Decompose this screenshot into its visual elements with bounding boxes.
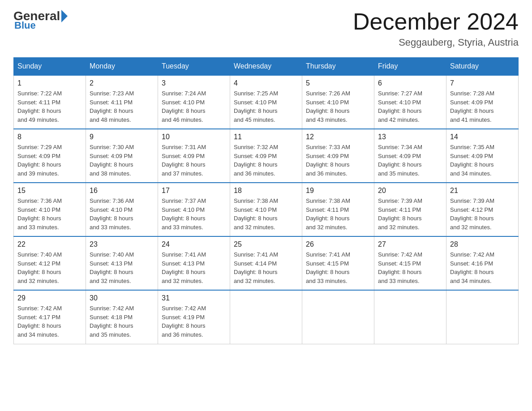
day-number: 26 [306,240,370,248]
day-number: 16 [90,187,154,195]
calendar-day-cell: 28 Sunrise: 7:42 AM Sunset: 4:16 PM Dayl… [446,236,519,290]
day-info: Sunrise: 7:32 AM Sunset: 4:09 PM Dayligh… [234,143,298,178]
day-info: Sunrise: 7:33 AM Sunset: 4:09 PM Dayligh… [306,143,370,178]
calendar-day-cell: 1 Sunrise: 7:22 AM Sunset: 4:11 PM Dayli… [14,75,86,129]
location-title: Seggauberg, Styria, Austria [353,37,519,48]
day-info: Sunrise: 7:42 AM Sunset: 4:16 PM Dayligh… [450,250,515,285]
calendar-day-cell: 2 Sunrise: 7:23 AM Sunset: 4:11 PM Dayli… [86,75,158,129]
calendar-table: SundayMondayTuesdayWednesdayThursdayFrid… [13,57,519,344]
calendar-day-cell: 5 Sunrise: 7:26 AM Sunset: 4:10 PM Dayli… [302,75,374,129]
page-header: General Blue December 2024 Seggauberg, S… [13,9,519,48]
day-info: Sunrise: 7:23 AM Sunset: 4:11 PM Dayligh… [90,89,154,124]
calendar-day-cell: 15 Sunrise: 7:36 AM Sunset: 4:10 PM Dayl… [14,183,86,236]
day-info: Sunrise: 7:41 AM Sunset: 4:14 PM Dayligh… [234,250,298,285]
calendar-day-cell: 9 Sunrise: 7:30 AM Sunset: 4:09 PM Dayli… [86,129,158,183]
day-info: Sunrise: 7:31 AM Sunset: 4:09 PM Dayligh… [162,143,226,178]
day-number: 27 [378,240,442,248]
day-info: Sunrise: 7:37 AM Sunset: 4:10 PM Dayligh… [162,197,226,231]
day-number: 11 [234,133,298,141]
calendar-day-cell: 19 Sunrise: 7:38 AM Sunset: 4:11 PM Dayl… [302,183,374,236]
calendar-day-cell [230,290,302,344]
day-number: 25 [234,240,298,248]
day-info: Sunrise: 7:24 AM Sunset: 4:10 PM Dayligh… [162,89,226,124]
day-number: 14 [450,133,515,141]
calendar-day-cell: 13 Sunrise: 7:34 AM Sunset: 4:09 PM Dayl… [374,129,446,183]
logo: General Blue [13,9,69,31]
day-info: Sunrise: 7:42 AM Sunset: 4:18 PM Dayligh… [90,304,154,339]
day-number: 23 [90,240,154,248]
calendar-day-cell [374,290,446,344]
day-info: Sunrise: 7:39 AM Sunset: 4:11 PM Dayligh… [378,197,442,231]
calendar-day-cell: 20 Sunrise: 7:39 AM Sunset: 4:11 PM Dayl… [374,183,446,236]
calendar-day-cell: 4 Sunrise: 7:25 AM Sunset: 4:10 PM Dayli… [230,75,302,129]
calendar-day-cell: 6 Sunrise: 7:27 AM Sunset: 4:10 PM Dayli… [374,75,446,129]
day-info: Sunrise: 7:36 AM Sunset: 4:10 PM Dayligh… [90,197,154,231]
day-info: Sunrise: 7:40 AM Sunset: 4:13 PM Dayligh… [90,250,154,285]
day-number: 29 [17,294,82,302]
day-number: 6 [378,79,442,87]
calendar-day-cell: 30 Sunrise: 7:42 AM Sunset: 4:18 PM Dayl… [86,290,158,344]
day-number: 12 [306,133,370,141]
day-info: Sunrise: 7:36 AM Sunset: 4:10 PM Dayligh… [17,197,82,231]
day-info: Sunrise: 7:22 AM Sunset: 4:11 PM Dayligh… [17,89,82,124]
calendar-day-cell: 25 Sunrise: 7:41 AM Sunset: 4:14 PM Dayl… [230,236,302,290]
calendar-day-cell: 3 Sunrise: 7:24 AM Sunset: 4:10 PM Dayli… [158,75,230,129]
day-number: 19 [306,187,370,195]
month-title: December 2024 [353,9,519,34]
day-info: Sunrise: 7:39 AM Sunset: 4:12 PM Dayligh… [450,197,515,231]
day-number: 10 [162,133,226,141]
calendar-week-row: 15 Sunrise: 7:36 AM Sunset: 4:10 PM Dayl… [14,183,519,236]
day-number: 5 [306,79,370,87]
column-header-friday: Friday [374,58,446,76]
day-number: 15 [17,187,82,195]
day-info: Sunrise: 7:40 AM Sunset: 4:12 PM Dayligh… [17,250,82,285]
calendar-day-cell: 14 Sunrise: 7:35 AM Sunset: 4:09 PM Dayl… [446,129,519,183]
day-number: 31 [162,294,226,302]
day-info: Sunrise: 7:30 AM Sunset: 4:09 PM Dayligh… [90,143,154,178]
column-header-monday: Monday [86,58,158,76]
calendar-day-cell [446,290,519,344]
day-info: Sunrise: 7:42 AM Sunset: 4:19 PM Dayligh… [162,304,226,339]
day-info: Sunrise: 7:42 AM Sunset: 4:15 PM Dayligh… [378,250,442,285]
calendar-day-cell: 27 Sunrise: 7:42 AM Sunset: 4:15 PM Dayl… [374,236,446,290]
calendar-day-cell: 8 Sunrise: 7:29 AM Sunset: 4:09 PM Dayli… [14,129,86,183]
calendar-day-cell: 21 Sunrise: 7:39 AM Sunset: 4:12 PM Dayl… [446,183,519,236]
day-info: Sunrise: 7:34 AM Sunset: 4:09 PM Dayligh… [378,143,442,178]
calendar-week-row: 29 Sunrise: 7:42 AM Sunset: 4:17 PM Dayl… [14,290,519,344]
calendar-day-cell: 29 Sunrise: 7:42 AM Sunset: 4:17 PM Dayl… [14,290,86,344]
calendar-day-cell: 24 Sunrise: 7:41 AM Sunset: 4:13 PM Dayl… [158,236,230,290]
day-number: 9 [90,133,154,141]
column-header-tuesday: Tuesday [158,58,230,76]
calendar-day-cell: 7 Sunrise: 7:28 AM Sunset: 4:09 PM Dayli… [446,75,519,129]
calendar-week-row: 22 Sunrise: 7:40 AM Sunset: 4:12 PM Dayl… [14,236,519,290]
day-info: Sunrise: 7:26 AM Sunset: 4:10 PM Dayligh… [306,89,370,124]
day-number: 3 [162,79,226,87]
day-number: 20 [378,187,442,195]
logo-arrow-icon [61,10,68,22]
day-number: 30 [90,294,154,302]
day-info: Sunrise: 7:41 AM Sunset: 4:13 PM Dayligh… [162,250,226,285]
calendar-day-cell: 17 Sunrise: 7:37 AM Sunset: 4:10 PM Dayl… [158,183,230,236]
day-info: Sunrise: 7:38 AM Sunset: 4:10 PM Dayligh… [234,197,298,231]
day-number: 17 [162,187,226,195]
calendar-header-row: SundayMondayTuesdayWednesdayThursdayFrid… [14,58,519,76]
calendar-day-cell: 23 Sunrise: 7:40 AM Sunset: 4:13 PM Dayl… [86,236,158,290]
day-number: 18 [234,187,298,195]
column-header-saturday: Saturday [446,58,519,76]
calendar-day-cell: 26 Sunrise: 7:41 AM Sunset: 4:15 PM Dayl… [302,236,374,290]
column-header-thursday: Thursday [302,58,374,76]
day-number: 7 [450,79,515,87]
day-number: 28 [450,240,515,248]
day-info: Sunrise: 7:25 AM Sunset: 4:10 PM Dayligh… [234,89,298,124]
column-header-sunday: Sunday [14,58,86,76]
day-info: Sunrise: 7:27 AM Sunset: 4:10 PM Dayligh… [378,89,442,124]
calendar-week-row: 8 Sunrise: 7:29 AM Sunset: 4:09 PM Dayli… [14,129,519,183]
logo-blue: Blue [14,20,36,31]
calendar-day-cell: 18 Sunrise: 7:38 AM Sunset: 4:10 PM Dayl… [230,183,302,236]
calendar-day-cell: 11 Sunrise: 7:32 AM Sunset: 4:09 PM Dayl… [230,129,302,183]
day-info: Sunrise: 7:42 AM Sunset: 4:17 PM Dayligh… [17,304,82,339]
day-number: 22 [17,240,82,248]
day-number: 24 [162,240,226,248]
calendar-day-cell: 12 Sunrise: 7:33 AM Sunset: 4:09 PM Dayl… [302,129,374,183]
day-info: Sunrise: 7:28 AM Sunset: 4:09 PM Dayligh… [450,89,515,124]
